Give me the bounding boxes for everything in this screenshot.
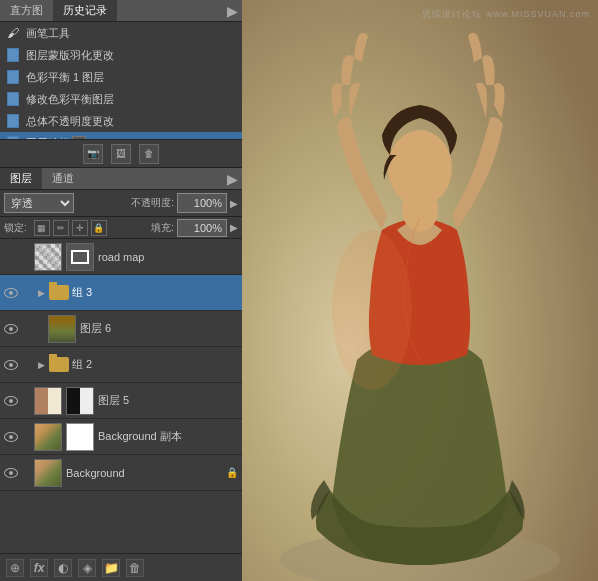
folder-icon-group3 (49, 285, 69, 300)
opacity-input[interactable] (177, 193, 227, 213)
doc-icon-5 (4, 112, 22, 130)
layers-panel: 图层 通道 ▶ 穿透 不透明度: ▶ 锁定: ▦ ✏ ✛ 🔒 填充: ▶ (0, 168, 242, 581)
link-layer5 (22, 392, 34, 410)
eye-roadmap[interactable] (2, 248, 20, 266)
thumb-layer5a (34, 387, 62, 415)
layer-row-layer6[interactable]: 图层 6 (0, 311, 242, 347)
layer-name-roadmap: road map (98, 251, 240, 263)
history-item-4[interactable]: 修改色彩平衡图层 (0, 88, 242, 110)
eye-icon-group2 (4, 360, 18, 370)
thumb-bg (34, 459, 62, 487)
link-bg-copy (22, 428, 34, 446)
thumb-roadmap (34, 243, 62, 271)
layers-scroll-btn[interactable]: ▶ (223, 171, 242, 187)
layer-row-group2[interactable]: ▶ 组 2 (0, 347, 242, 383)
svg-point-4 (388, 130, 452, 206)
group-btn[interactable]: 📁 (102, 559, 120, 577)
delete-layer-btn[interactable]: 🗑 (126, 559, 144, 577)
eye-icon-layer5 (4, 396, 18, 406)
lock-transparency-btn[interactable]: ▦ (34, 220, 50, 236)
layer-name-group2: 组 2 (72, 357, 240, 372)
mask-roadmap (66, 243, 94, 271)
layers-panel-header: 图层 通道 ▶ (0, 168, 242, 190)
left-panel: 直方图 历史记录 ▶ 🖌 画笔工具 图层蒙版羽化更改 色彩平衡 (0, 0, 242, 581)
layer-name-layer5: 图层 5 (98, 393, 240, 408)
fill-label: 填充: (151, 221, 174, 235)
history-item-2[interactable]: 图层蒙版羽化更改 (0, 44, 242, 66)
mask-btn[interactable]: ◐ (54, 559, 72, 577)
eye-bg[interactable] (2, 464, 20, 482)
adjustment-btn[interactable]: ◈ (78, 559, 96, 577)
delete-history-btn[interactable]: 🗑 (139, 144, 159, 164)
create-layer-btn[interactable]: 🖼 (111, 144, 131, 164)
thumb-group2 (48, 354, 70, 376)
history-item-6[interactable]: 图层编组 ▶ (0, 132, 242, 139)
link-group2 (22, 356, 34, 374)
doc-icon-4 (4, 90, 22, 108)
tab-histogram[interactable]: 直方图 (0, 0, 53, 21)
tab-history[interactable]: 历史记录 (53, 0, 117, 21)
layer-name-bg: Background (66, 467, 222, 479)
link-layers-btn[interactable]: ⊕ (6, 559, 24, 577)
lock-row: 锁定: ▦ ✏ ✛ 🔒 填充: ▶ (0, 217, 242, 239)
brush-icon: 🖌 (4, 24, 22, 42)
layer-row-roadmap[interactable]: road map (0, 239, 242, 275)
lock-all-btn[interactable]: 🔒 (91, 220, 107, 236)
fill-arrow-icon[interactable]: ▶ (230, 222, 238, 233)
expand-group3[interactable]: ▶ (34, 286, 48, 300)
eye-layer6[interactable] (2, 320, 20, 338)
history-panel-tabs: 直方图 历史记录 ▶ (0, 0, 242, 22)
scroll-right-btn[interactable]: ▶ (72, 136, 86, 139)
history-item-3[interactable]: 色彩平衡 1 图层 (0, 66, 242, 88)
history-panel-footer: 📷 🖼 🗑 (0, 139, 242, 167)
layers-footer: ⊕ fx ◐ ◈ 📁 🗑 (0, 553, 242, 581)
thumb-bg-copy-b (66, 423, 94, 451)
eye-group2[interactable] (2, 356, 20, 374)
tab-layers[interactable]: 图层 (0, 168, 42, 189)
folder-icon-group2 (49, 357, 69, 372)
history-item-1[interactable]: 🖌 画笔工具 (0, 22, 242, 44)
layers-controls: 穿透 不透明度: ▶ (0, 190, 242, 217)
layer-name-bg-copy: Background 副本 (98, 429, 240, 444)
layer-row-layer5[interactable]: 图层 5 (0, 383, 242, 419)
eye-icon-bg (4, 468, 18, 478)
create-snapshot-btn[interactable]: 📷 (83, 144, 103, 164)
layer-name-group3: 组 3 (72, 285, 240, 300)
eye-icon-layer6 (4, 324, 18, 334)
link-bg (22, 464, 34, 482)
thumb-bg-copy-a (34, 423, 62, 451)
opacity-arrow-icon[interactable]: ▶ (230, 198, 238, 209)
blend-mode-select[interactable]: 穿透 (4, 193, 74, 213)
lock-label: 锁定: (4, 221, 27, 235)
thumb-layer5b (66, 387, 94, 415)
eye-group3[interactable] (2, 284, 20, 302)
history-scroll-btn[interactable]: ▶ (223, 3, 242, 19)
eye-layer5[interactable] (2, 392, 20, 410)
lock-paint-btn[interactable]: ✏ (53, 220, 69, 236)
layer-row-bg-copy[interactable]: Background 副本 (0, 419, 242, 455)
doc-icon-2 (4, 46, 22, 64)
lock-bg-icon: 🔒 (226, 467, 240, 478)
fill-control: 填充: ▶ (151, 219, 238, 237)
layer-row-bg[interactable]: Background 🔒 (0, 455, 242, 491)
history-list: 🖌 画笔工具 图层蒙版羽化更改 色彩平衡 1 图层 修改色 (0, 22, 242, 139)
tab-channels[interactable]: 通道 (42, 168, 84, 189)
layer-row-group3[interactable]: ▶ 组 3 (0, 275, 242, 311)
svg-point-5 (332, 230, 412, 390)
doc-icon-3 (4, 68, 22, 86)
opacity-control: 不透明度: ▶ (131, 193, 238, 213)
lock-position-btn[interactable]: ✛ (72, 220, 88, 236)
fx-btn[interactable]: fx (30, 559, 48, 577)
expand-group2[interactable]: ▶ (34, 358, 48, 372)
fill-input[interactable] (177, 219, 227, 237)
photo-canvas: 思综设计论坛 www.MISSVUAN.com (242, 0, 598, 581)
history-item-5[interactable]: 总体不透明度更改 (0, 110, 242, 132)
thumb-layer6 (48, 315, 76, 343)
link-group3 (22, 284, 34, 302)
link-roadmap (22, 248, 34, 266)
eye-icon-group3 (4, 288, 18, 298)
thumb-group3 (48, 282, 70, 304)
layer-list: road map ▶ 组 3 (0, 239, 242, 553)
right-panel: 思综设计论坛 www.MISSVUAN.com (242, 0, 598, 581)
eye-bg-copy[interactable] (2, 428, 20, 446)
